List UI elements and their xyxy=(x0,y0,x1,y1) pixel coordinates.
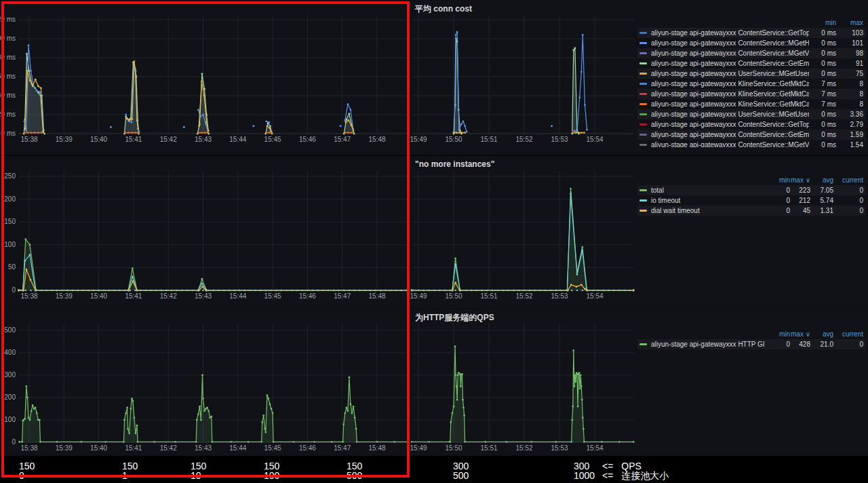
x-axis-label: 15:43 xyxy=(195,292,212,300)
x-axis-label: 15:45 xyxy=(264,444,281,452)
series-label[interactable]: aliyun-stage api-gatewayxxx ContentServi… xyxy=(651,141,809,147)
series-label[interactable]: aliyun-stage api-gatewayxxx UserService:… xyxy=(651,111,809,118)
x-axis-label: 15:43 xyxy=(195,136,212,143)
legend-value: 8 xyxy=(836,90,863,98)
x-axis-label: 15:49 xyxy=(410,136,427,143)
x-axis-label: 15:54 xyxy=(586,444,603,452)
legend-value: 7 ms xyxy=(809,80,836,88)
legend-row: aliyun-stage api-gatewayxxx HTTP GET /v1… xyxy=(637,339,865,349)
x-axis-label: 15:50 xyxy=(445,292,462,300)
panel-conn-cost-left: 0 ms20 ms40 ms60 ms80 ms100 ms120 ms15:3… xyxy=(0,0,410,155)
y-axis-label: 100 xyxy=(4,241,16,248)
pool-size-value: 0 xyxy=(19,471,43,480)
x-axis-label: 15:44 xyxy=(229,136,246,143)
legend-value: 3.36 xyxy=(836,111,863,118)
legend-value: 1.31 xyxy=(810,207,833,214)
x-axis-label: 15:46 xyxy=(299,136,316,143)
legend-value: 1.59 xyxy=(836,131,863,138)
series-label[interactable]: aliyun-stage api-gatewayxxx KlineService… xyxy=(651,100,809,108)
x-axis-label: 15:44 xyxy=(229,444,246,452)
legend-col-max[interactable]: max ∨ xyxy=(790,330,810,338)
y-axis-label: 120 ms xyxy=(0,16,16,23)
y-axis-label: 20 ms xyxy=(0,111,16,118)
pool-size-value: 500 xyxy=(453,471,477,480)
series-label[interactable]: aliyun-stage api-gatewayxxx ContentServi… xyxy=(651,121,809,128)
panel-conn-cost-right: 平均 conn cost 15:4915:5015:5115:5215:5315… xyxy=(410,0,868,155)
y-axis-label: 100 xyxy=(4,416,16,423)
legend-row: aliyun-stage api-gatewayxxx ContentServi… xyxy=(637,38,865,48)
http-qps-right-plot[interactable]: 15:4915:5015:5115:5215:5315:54 xyxy=(410,309,637,452)
legend-value: 0 ms xyxy=(809,70,836,77)
load-phase-label: 150100 xyxy=(264,461,288,480)
qps-value: 150 xyxy=(19,461,43,471)
x-axis-label: 15:49 xyxy=(410,292,427,300)
legend-col-min[interactable]: min xyxy=(764,176,790,184)
http-qps-left-plot[interactable]: 010020030040050015:3815:3915:4015:4115:4… xyxy=(0,309,410,452)
legend-value: 103 xyxy=(836,29,863,37)
x-axis-label: 15:49 xyxy=(410,444,427,452)
series-label[interactable]: aliyun-stage api-gatewayxxx ContentServi… xyxy=(651,29,809,37)
series-color-swatch xyxy=(639,62,647,64)
series-color-swatch xyxy=(639,52,647,54)
series-label[interactable]: aliyun-stage api-gatewayxxx UserService:… xyxy=(651,70,809,77)
no-more-instances-left-plot[interactable]: 05010015020025015:3815:3915:4015:4115:42… xyxy=(0,156,410,301)
y-axis-label: 80 ms xyxy=(0,54,16,61)
x-axis-label: 15:42 xyxy=(160,444,177,452)
legend-col-min[interactable]: min xyxy=(809,19,836,26)
legend-value: 0 xyxy=(833,341,863,348)
load-test-annotation-bar: 1500150115010150100150500300500300<=QPS1… xyxy=(0,456,868,483)
load-phase-label: 1500 xyxy=(19,461,43,480)
pool-axis-name: 连接池大小 xyxy=(621,471,669,480)
x-axis-label: 15:45 xyxy=(264,292,281,300)
legend-col-max[interactable]: max xyxy=(836,19,863,26)
series-label[interactable]: total xyxy=(651,187,764,194)
series-label[interactable]: aliyun-stage api-gatewayxxx ContentServi… xyxy=(651,39,809,47)
legend-value: 0 xyxy=(764,187,790,194)
legend-col-max[interactable]: max ∨ xyxy=(790,176,810,184)
conn-cost-left-plot[interactable]: 0 ms20 ms40 ms60 ms80 ms100 ms120 ms15:3… xyxy=(0,0,410,146)
conn-cost-right-plot[interactable]: 15:4915:5015:5115:5215:5315:54 xyxy=(410,0,637,146)
x-axis-label: 15:41 xyxy=(125,136,142,143)
legend-conn-cost: minmaxaliyun-stage api-gatewayxxx Conten… xyxy=(637,18,865,147)
legend-col-min[interactable]: min xyxy=(764,330,790,338)
legend-value: 0 xyxy=(764,207,790,214)
series-label[interactable]: dial wait timeout xyxy=(651,207,764,214)
legend-value: 101 xyxy=(836,39,863,47)
x-axis-label: 15:39 xyxy=(56,292,73,300)
panel-http-qps-right: 为HTTP服务端的QPS 15:4915:5015:5115:5215:5315… xyxy=(410,309,868,456)
series-label[interactable]: aliyun-stage api-gatewayxxx HTTP GET /v1… xyxy=(651,341,764,348)
legend-value: 0 ms xyxy=(809,121,836,128)
panel-no-more-instances-right: "no more instances" 15:4915:5015:5115:52… xyxy=(410,156,868,308)
legend-row: aliyun-stage api-gatewayxxx ContentServi… xyxy=(637,140,865,147)
y-axis-label: 0 ms xyxy=(1,130,16,137)
legend-value: 45 xyxy=(790,207,810,214)
legend-col-avg[interactable]: avg xyxy=(810,176,833,184)
legend-row: io timeout02125.740 xyxy=(637,195,865,206)
qps-axis-name: QPS xyxy=(621,461,642,471)
qps-value: 150 xyxy=(191,461,215,471)
legend-value: 98 xyxy=(836,50,863,57)
legend-value: 7 ms xyxy=(809,100,836,108)
no-more-instances-right-plot[interactable]: 15:4915:5015:5115:5215:5315:54 xyxy=(410,156,637,301)
y-axis-label: 100 ms xyxy=(0,35,16,42)
x-axis-label: 15:39 xyxy=(56,444,73,452)
load-phase-label: 150500 xyxy=(347,461,371,480)
series-label[interactable]: aliyun-stage api-gatewayxxx KlineService… xyxy=(651,90,809,98)
series-label[interactable]: aliyun-stage api-gatewayxxx ContentServi… xyxy=(651,131,809,138)
y-axis-label: 50 xyxy=(8,263,16,271)
series-label[interactable]: aliyun-stage api-gatewayxxx ContentServi… xyxy=(651,50,809,57)
legend-row: dial wait timeout0451.310 xyxy=(637,206,865,216)
y-axis-label: 200 xyxy=(4,195,16,203)
series-label[interactable]: aliyun-stage api-gatewayxxx ContentServi… xyxy=(651,60,809,67)
x-axis-label: 15:45 xyxy=(264,136,281,143)
y-axis-label: 0 xyxy=(12,286,16,294)
series-label[interactable]: io timeout xyxy=(651,197,764,204)
legend-col-current[interactable]: current xyxy=(833,176,863,184)
legend-col-current[interactable]: current xyxy=(833,330,863,338)
legend-row: total02237.050 xyxy=(637,185,865,195)
legend-row: aliyun-stage api-gatewayxxx ContentServi… xyxy=(637,130,865,140)
series-label[interactable]: aliyun-stage api-gatewayxxx KlineService… xyxy=(651,80,809,88)
legend-value: 21.0 xyxy=(810,341,833,348)
legend-col-avg[interactable]: avg xyxy=(810,330,833,338)
x-axis-label: 15:52 xyxy=(515,292,532,300)
